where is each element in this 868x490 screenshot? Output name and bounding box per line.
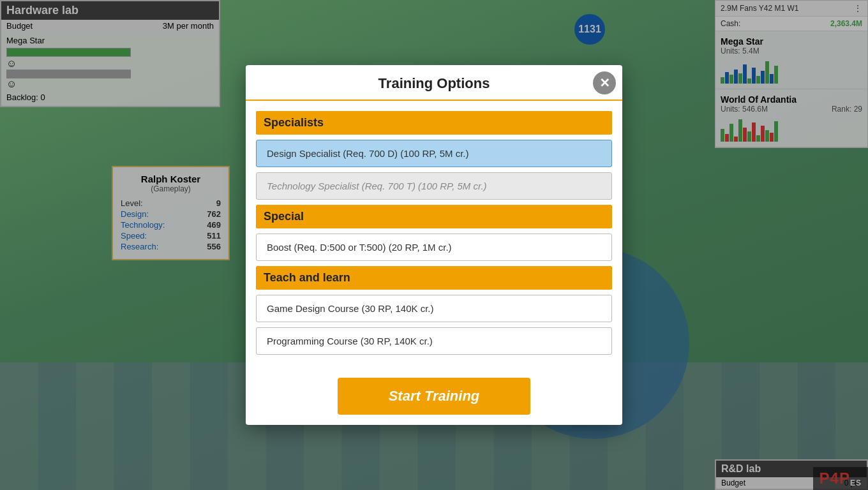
modal-body: Specialists Design Specialist (Req. 700 … [246,101,622,368]
teach-and-learn-section-header: Teach and learn [256,266,612,290]
design-specialist-option[interactable]: Design Specialist (Req. 700 D) (100 RP, … [256,140,612,167]
modal-overlay: Training Options ✕ Specialists Design Sp… [0,0,868,490]
modal-header: Training Options [246,65,622,101]
specialists-section-header: Specialists [256,111,612,135]
game-design-course-option[interactable]: Game Design Course (30 RP, 140K cr.) [256,295,612,322]
modal-close-button[interactable]: ✕ [593,71,616,94]
boost-option[interactable]: Boost (Req. D:500 or T:500) (20 RP, 1M c… [256,234,612,261]
modal-title: Training Options [258,75,610,92]
modal-footer: Start Training [246,368,622,425]
programming-course-option[interactable]: Programming Course (30 RP, 140K cr.) [256,327,612,355]
technology-specialist-option[interactable]: Technology Specialist (Req. 700 T) (100 … [256,172,612,200]
start-training-button[interactable]: Start Training [338,378,531,415]
special-section-header: Special [256,205,612,228]
training-options-modal: Training Options ✕ Specialists Design Sp… [246,65,622,425]
